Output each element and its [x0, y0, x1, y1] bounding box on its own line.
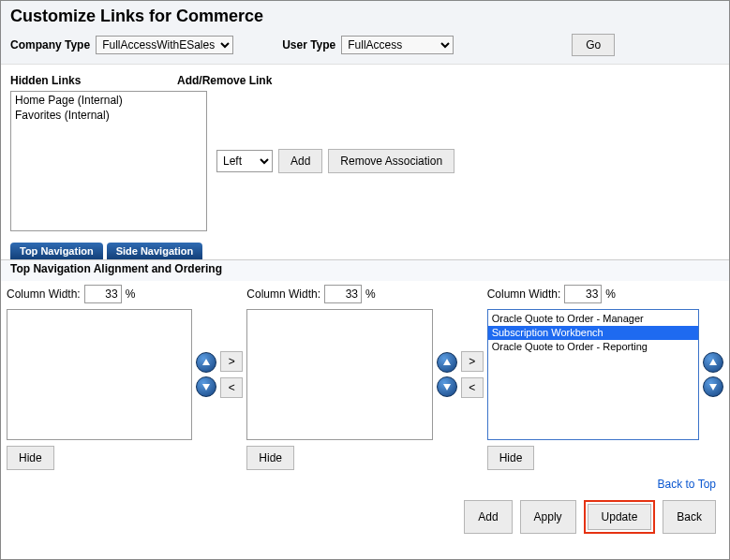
order-listbox-2[interactable] [246, 309, 432, 440]
svg-marker-4 [709, 359, 717, 365]
svg-marker-3 [443, 384, 451, 391]
triangle-down-icon [442, 382, 452, 391]
page-title: Customize Links for Commerce [10, 7, 720, 26]
add-remove-heading: Add/Remove Link [177, 74, 272, 87]
hide-button-3[interactable]: Hide [487, 446, 535, 470]
order-listbox-3[interactable]: Oracle Quote to Order - Manager Subscrip… [487, 309, 699, 440]
percent-label: % [605, 287, 616, 301]
svg-marker-1 [202, 384, 210, 391]
column-width-row: Column Width: % [7, 285, 243, 303]
triangle-down-icon [708, 382, 718, 391]
column-width-input-3[interactable] [564, 285, 602, 303]
nav-tabs: Top Navigation Side Navigation [1, 243, 729, 259]
percent-label: % [365, 287, 376, 301]
go-button[interactable]: Go [572, 34, 615, 56]
back-to-top-wrap: Back to Top [1, 470, 729, 491]
column-width-row: Column Width: % [246, 285, 483, 303]
triangle-up-icon [708, 358, 718, 367]
ordering-columns: Column Width: % > < [1, 281, 729, 470]
add-link-button[interactable]: Add [278, 149, 322, 173]
footer-update-button[interactable]: Update [588, 504, 652, 530]
header: Customize Links for Commerce Company Typ… [1, 1, 729, 65]
footer-apply-button[interactable]: Apply [520, 500, 576, 534]
column-width-row: Column Width: % [487, 285, 723, 303]
triangle-up-icon [201, 358, 211, 367]
shift-right-button[interactable]: > [220, 351, 243, 372]
hide-button-1[interactable]: Hide [7, 446, 54, 470]
add-remove-controls: Left Add Remove Association [216, 149, 454, 173]
reorder-arrows-2 [437, 352, 457, 397]
move-down-button[interactable] [703, 376, 723, 397]
hidden-links-heading: Hidden Links [10, 74, 177, 87]
column-1: Column Width: % > < [7, 285, 243, 470]
section-labels: Hidden Links Add/Remove Link [1, 65, 729, 91]
company-type-label: Company Type [10, 38, 90, 52]
column-3: Column Width: % Oracle Quote to Order - … [487, 285, 723, 470]
reorder-arrows-3 [703, 352, 723, 397]
filter-row: Company Type FullAccessWithESales User T… [10, 34, 720, 56]
shift-left-button[interactable]: < [220, 377, 243, 398]
order-listbox-1[interactable] [7, 309, 192, 440]
list-item[interactable]: Home Page (Internal) [15, 94, 202, 109]
triangle-down-icon [201, 382, 211, 391]
shift-left-button[interactable]: < [461, 377, 484, 398]
user-type-label: User Type [282, 38, 335, 52]
move-up-button[interactable] [437, 352, 457, 373]
triangle-up-icon [442, 358, 452, 367]
percent-label: % [126, 287, 136, 301]
list-item[interactable]: Subscription Workbench [488, 326, 698, 340]
update-highlight: Update [584, 500, 656, 534]
tab-top-navigation[interactable]: Top Navigation [10, 243, 103, 259]
back-to-top-link[interactable]: Back to Top [658, 478, 716, 491]
svg-marker-0 [202, 359, 210, 365]
tab-side-navigation[interactable]: Side Navigation [107, 243, 203, 259]
move-down-button[interactable] [437, 376, 457, 397]
hide-button-2[interactable]: Hide [246, 446, 294, 470]
footer-add-button[interactable]: Add [464, 500, 512, 534]
ordering-heading: Top Navigation Alignment and Ordering [1, 259, 729, 281]
company-type-select[interactable]: FullAccessWithESales [96, 36, 233, 54]
user-type-select[interactable]: FullAccess [341, 36, 454, 54]
list-item[interactable]: Oracle Quote to Order - Reporting [488, 340, 698, 354]
column-2: Column Width: % > < [246, 285, 483, 470]
shift-arrows-2: > < [461, 351, 484, 398]
page-root: Customize Links for Commerce Company Typ… [0, 0, 730, 560]
footer-buttons: Add Apply Update Back [1, 491, 729, 543]
hidden-links-area: Home Page (Internal) Favorites (Internal… [1, 91, 729, 243]
shift-right-button[interactable]: > [461, 351, 484, 372]
column-width-input-1[interactable] [84, 285, 122, 303]
svg-marker-2 [443, 359, 451, 365]
column-width-label: Column Width: [246, 287, 320, 301]
reorder-arrows-1 [196, 352, 216, 397]
move-down-button[interactable] [196, 376, 216, 397]
list-item[interactable]: Favorites (Internal) [15, 109, 202, 124]
hidden-links-listbox[interactable]: Home Page (Internal) Favorites (Internal… [10, 91, 207, 231]
shift-arrows-1: > < [220, 351, 243, 398]
list-item[interactable]: Oracle Quote to Order - Manager [488, 312, 698, 326]
svg-marker-5 [709, 384, 717, 391]
move-up-button[interactable] [196, 352, 216, 373]
position-select[interactable]: Left [216, 150, 273, 172]
column-width-label: Column Width: [7, 287, 81, 301]
column-width-input-2[interactable] [324, 285, 362, 303]
move-up-button[interactable] [703, 352, 723, 373]
column-width-label: Column Width: [487, 287, 561, 301]
footer-back-button[interactable]: Back [663, 500, 716, 534]
remove-association-button[interactable]: Remove Association [328, 149, 454, 173]
